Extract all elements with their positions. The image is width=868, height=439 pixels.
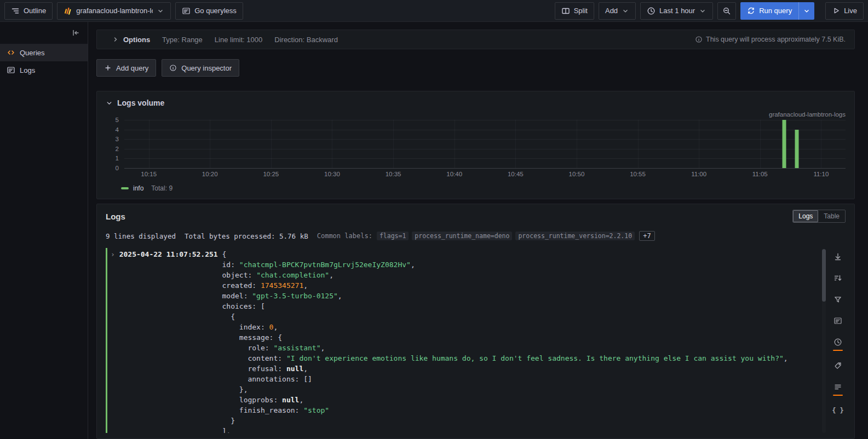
code-icon	[7, 48, 15, 57]
legend-total: Total: 9	[151, 184, 173, 192]
query-options-bar: Options Type: Range Line limit: 1000 Dir…	[96, 30, 855, 49]
zoom-out-time-button[interactable]	[717, 2, 736, 20]
split-label: Split	[574, 7, 588, 15]
chevron-down-icon	[157, 7, 164, 15]
view-logs-button[interactable]: Logs	[793, 210, 818, 222]
sidebar-item-queries[interactable]: Queries	[0, 44, 88, 61]
x-axis-label: 10:20	[202, 171, 218, 177]
log-line[interactable]: model: "gpt-3.5-turbo-0125",	[111, 291, 810, 301]
options-toggle[interactable]: Options	[112, 36, 150, 44]
logs-icon	[7, 66, 15, 74]
run-query-split-button: Run query	[740, 2, 814, 20]
gridline	[455, 120, 455, 168]
collapse-left-icon	[71, 28, 80, 37]
plus-icon	[104, 64, 112, 72]
wrap-lines-button[interactable]	[831, 380, 844, 396]
log-volume-bar[interactable]	[783, 120, 786, 168]
log-line[interactable]: logprobs: null,	[111, 395, 810, 405]
datasource-picker[interactable]: grafanacloud-lambtron-logs	[57, 2, 171, 20]
log-line[interactable]: ],	[111, 426, 810, 433]
add-dropdown-button[interactable]: Add	[599, 2, 636, 20]
y-axis-label: 1	[116, 155, 119, 161]
log-line[interactable]: index: 0,	[111, 322, 810, 332]
bytes-processed: Total bytes processed: 5.76 kB	[185, 232, 308, 240]
log-line[interactable]: object: "chat.completion",	[111, 270, 810, 280]
log-volume-bar[interactable]	[795, 130, 798, 168]
y-axis-label: 5	[116, 117, 119, 123]
scroll-to-bottom-button[interactable]	[831, 250, 844, 263]
chevron-down-icon	[803, 7, 810, 15]
x-axis-label: 10:30	[324, 171, 340, 177]
x-axis-label: 10:45	[508, 171, 524, 177]
x-axis-label: 11:05	[752, 171, 768, 177]
gridline	[393, 120, 394, 168]
add-query-button[interactable]: Add query	[96, 59, 156, 77]
explore-main: Options Type: Range Line limit: 1000 Dir…	[88, 22, 868, 439]
options-type: Type: Range	[162, 36, 203, 44]
log-line[interactable]: content: "I don't experience emotions li…	[111, 353, 810, 363]
scrollbar[interactable]	[822, 249, 826, 433]
sidebar-item-logs[interactable]: Logs	[0, 61, 88, 79]
query-inspector-button[interactable]: Query inspector	[162, 59, 239, 77]
run-query-caret-button[interactable]	[798, 2, 814, 20]
x-axis-label: 10:55	[630, 171, 646, 177]
log-line[interactable]: {	[111, 311, 810, 322]
live-button[interactable]: Live	[825, 2, 864, 20]
log-line[interactable]: }	[111, 415, 810, 426]
logs-panel-title: Logs	[106, 212, 125, 221]
y-axis-label: 2	[116, 146, 119, 152]
actions-row: Add query Query inspector	[96, 59, 855, 77]
legend-item-info[interactable]: info	[133, 184, 143, 192]
options-label: Options	[123, 36, 150, 44]
outline-button[interactable]: Outline	[4, 2, 53, 20]
view-table-button[interactable]: Table	[818, 210, 845, 222]
logs-view-button[interactable]	[831, 314, 844, 327]
show-time-button[interactable]	[831, 336, 844, 351]
explore-sidebar: Queries Logs	[0, 22, 88, 439]
outline-icon	[11, 7, 20, 15]
logs-icon	[833, 316, 842, 325]
log-line[interactable]: refusal: null,	[111, 363, 810, 374]
log-line[interactable]: choices: [	[111, 301, 810, 311]
more-labels-button[interactable]: +7	[639, 231, 654, 241]
log-line[interactable]: finish_reason: "stop"	[111, 405, 810, 415]
logs-view-toggle: Logs Table	[792, 210, 846, 223]
logs-volume-collapse-button[interactable]: Logs volume	[106, 96, 164, 110]
live-label: Live	[844, 7, 857, 15]
gridline	[760, 120, 761, 168]
collapse-sidebar-button[interactable]	[70, 27, 81, 38]
split-button[interactable]: Split	[555, 2, 594, 20]
scrollbar-thumb[interactable]	[822, 249, 826, 302]
common-labels-label: Common labels:	[317, 232, 372, 240]
time-range-picker[interactable]: Last 1 hour	[640, 2, 713, 20]
common-label-chip: flags=1	[377, 232, 409, 240]
gridline	[577, 120, 577, 168]
log-line[interactable]: › 2025-04-22 11:07:52.251 {	[111, 249, 810, 259]
gridline	[210, 120, 210, 168]
logs-icon-rail: { }	[830, 250, 846, 417]
arrow-down-icon	[833, 252, 842, 261]
show-labels-button[interactable]	[831, 359, 844, 372]
filter-button[interactable]	[831, 293, 844, 306]
add-query-label: Add query	[116, 64, 148, 72]
dedup-button[interactable]	[831, 272, 844, 285]
log-line[interactable]: message: {	[111, 332, 810, 343]
logs-body: › 2025-04-22 11:07:52.251 { id: "chatcmp…	[106, 248, 846, 433]
prettify-json-button[interactable]: { }	[831, 404, 844, 417]
run-query-button[interactable]: Run query	[740, 2, 798, 20]
wrap-lines-icon	[833, 383, 842, 391]
gridline	[124, 149, 846, 149]
log-line[interactable]: created: 1745345271,	[111, 280, 810, 291]
filter-icon	[833, 295, 842, 304]
clock-icon	[833, 338, 842, 346]
go-queryless-button[interactable]: Go queryless	[175, 2, 243, 20]
log-line[interactable]: annotations: []	[111, 374, 810, 384]
loki-logo-icon	[64, 7, 72, 15]
chart-y-axis: 012345	[106, 120, 121, 168]
log-line[interactable]: role: "assistant",	[111, 343, 810, 353]
gridline	[124, 158, 846, 159]
common-labels: flags=1process_runtime_name=denoprocess_…	[377, 232, 635, 240]
x-axis-label: 10:35	[386, 171, 401, 177]
log-line[interactable]: id: "chatcmpl-BPCK7pvtnBm7gLrvj52eeIyZ08…	[111, 259, 810, 270]
log-line[interactable]: },	[111, 384, 810, 395]
